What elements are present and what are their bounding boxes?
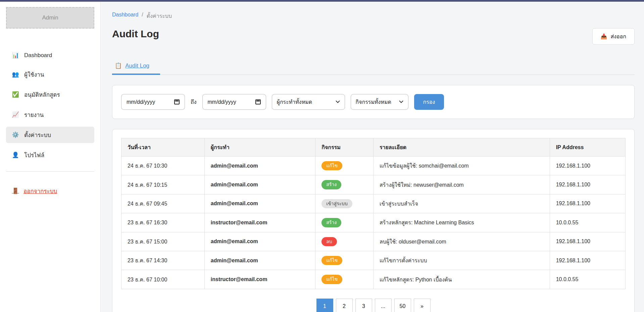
table-row: 24 ธ.ค. 67 10:30admin@email.comแก้ไขแก้ไ… — [121, 157, 626, 175]
page-button-3[interactable]: 3 — [355, 299, 372, 312]
pagination: 123...50» — [121, 299, 626, 312]
main-content: Dashboard / ตั้งค่าระบบ Audit Log 📥 ส่งอ… — [101, 2, 644, 312]
admin-logo-text: Admin — [42, 14, 58, 21]
cell-detail: เข้าสู่ระบบสำเร็จ — [373, 194, 550, 213]
column-header: วันที่-เวลา — [121, 138, 205, 157]
sidebar-item-profile[interactable]: 👤โปรไฟล์ — [6, 147, 94, 163]
sidebar-divider — [6, 171, 94, 172]
page-button-2[interactable]: 2 — [336, 299, 353, 312]
breadcrumb-current: ตั้งค่าระบบ — [147, 12, 172, 20]
cell-actor: admin@email.com — [204, 251, 315, 270]
door-icon: 🚪 — [12, 187, 19, 194]
cell-datetime: 24 ธ.ค. 67 10:30 — [121, 157, 205, 175]
admin-logo-placeholder: Admin — [6, 7, 94, 29]
inbox-tray-icon: 📥 — [601, 33, 607, 40]
actor-select[interactable]: ผู้กระทำทั้งหมด — [272, 94, 345, 110]
table-row: 23 ธ.ค. 67 15:00admin@email.comลบลบผู้ใช… — [121, 232, 626, 251]
cell-ip: 10.0.0.55 — [550, 270, 625, 289]
page-button-50[interactable]: 50 — [394, 299, 411, 312]
action-badge: แก้ไข — [321, 256, 342, 265]
action-badge: แก้ไข — [321, 275, 342, 284]
table-row: 24 ธ.ค. 67 10:15admin@email.comสร้างสร้า… — [121, 175, 626, 194]
cell-datetime: 23 ธ.ค. 67 16:30 — [121, 213, 205, 232]
cell-ip: 192.168.1.100 — [550, 175, 625, 194]
action-badge: เข้าสู่ระบบ — [321, 199, 352, 208]
page-title: Audit Log — [112, 28, 159, 40]
chevron-down-icon — [336, 100, 340, 103]
cell-actor: admin@email.com — [204, 157, 315, 175]
date-from-value: mm/dd/yyyy — [127, 99, 155, 105]
cell-detail: สร้างผู้ใช้ใหม่: newuser@email.com — [373, 175, 550, 194]
cell-datetime: 24 ธ.ค. 67 09:45 — [121, 194, 205, 213]
sidebar-item-settings[interactable]: ⚙️ตั้งค่าระบบ — [6, 127, 94, 143]
calendar-icon[interactable] — [174, 99, 180, 104]
cell-action: แก้ไข — [315, 157, 374, 175]
date-from-input[interactable]: mm/dd/yyyy — [121, 94, 185, 110]
export-button-label: ส่งออก — [611, 32, 626, 41]
cell-detail: ลบผู้ใช้: olduser@email.com — [373, 232, 550, 251]
sidebar-item-label: ผู้ใช้งาน — [24, 70, 44, 79]
export-button[interactable]: 📥 ส่งออก — [592, 28, 635, 45]
action-badge: ลบ — [321, 237, 337, 246]
calendar-icon[interactable] — [255, 99, 261, 104]
user-icon: 👤 — [12, 151, 19, 159]
audit-table-card: วันที่-เวลาผู้กระทำกิจกรรมรายละเอียดIP A… — [112, 129, 635, 312]
page-button-1[interactable]: 1 — [316, 299, 333, 312]
tab-bar: 📋 Audit Log — [112, 59, 635, 75]
column-header: กิจกรรม — [315, 138, 374, 157]
cell-detail: สร้างหลักสูตร: Machine Learning Basics — [373, 213, 550, 232]
table-row: 23 ธ.ค. 67 10:00instructor@email.comแก้ไ… — [121, 270, 626, 289]
cell-action: แก้ไข — [315, 270, 374, 289]
breadcrumb: Dashboard / ตั้งค่าระบบ — [112, 12, 635, 20]
sidebar-item-users[interactable]: 👥ผู้ใช้งาน — [6, 66, 94, 83]
audit-table-body: 24 ธ.ค. 67 10:30admin@email.comแก้ไขแก้ไ… — [121, 157, 626, 289]
activity-select-value: กิจกรรมทั้งหมด — [356, 98, 391, 106]
logout-link[interactable]: 🚪 ออกจากระบบ — [6, 186, 94, 195]
filter-card: mm/dd/yyyy ถึง mm/dd/yyyy ผู้กระทำทั้งหม… — [112, 85, 635, 119]
cell-ip: 192.168.1.100 — [550, 232, 625, 251]
cell-actor: admin@email.com — [204, 232, 315, 251]
date-to-input[interactable]: mm/dd/yyyy — [202, 94, 266, 110]
to-label: ถึง — [191, 98, 197, 106]
date-to-value: mm/dd/yyyy — [208, 99, 236, 105]
bar-chart-icon: 📊 — [12, 52, 19, 59]
breadcrumb-dashboard-link[interactable]: Dashboard — [112, 12, 138, 20]
sidebar-item-label: Dashboard — [24, 52, 52, 59]
cell-datetime: 23 ธ.ค. 67 15:00 — [121, 232, 205, 251]
activity-select[interactable]: กิจกรรมทั้งหมด — [351, 94, 408, 110]
cell-actor: admin@email.com — [204, 175, 315, 194]
cell-ip: 192.168.1.100 — [550, 251, 625, 270]
cell-ip: 192.168.1.100 — [550, 157, 625, 175]
gear-icon: ⚙️ — [12, 131, 19, 138]
tab-audit-log[interactable]: 📋 Audit Log — [112, 59, 160, 75]
sidebar-item-reports[interactable]: 📈รายงาน — [6, 106, 94, 123]
filter-button[interactable]: กรอง — [414, 94, 444, 110]
cell-action: สร้าง — [315, 175, 374, 194]
page-button-»[interactable]: » — [414, 299, 431, 312]
chart-line-icon: 📈 — [12, 111, 19, 118]
sidebar-item-dashboard[interactable]: 📊Dashboard — [6, 48, 94, 62]
cell-ip: 192.168.1.100 — [550, 194, 625, 213]
cell-datetime: 23 ธ.ค. 67 14:30 — [121, 251, 205, 270]
cell-datetime: 23 ธ.ค. 67 10:00 — [121, 270, 205, 289]
cell-detail: แก้ไขการตั้งค่าระบบ — [373, 251, 550, 270]
sidebar-nav: 📊Dashboard👥ผู้ใช้งาน✅อนุมัติหลักสูตร📈ราย… — [6, 48, 94, 163]
cell-action: เข้าสู่ระบบ — [315, 194, 374, 213]
sidebar-item-label: อนุมัติหลักสูตร — [24, 90, 60, 99]
page-button-...[interactable]: ... — [375, 299, 392, 312]
sidebar-item-label: โปรไฟล์ — [24, 150, 44, 160]
cell-actor: admin@email.com — [204, 194, 315, 213]
column-header: รายละเอียด — [373, 138, 550, 157]
table-row: 23 ธ.ค. 67 14:30admin@email.comแก้ไขแก้ไ… — [121, 251, 626, 270]
breadcrumb-separator: / — [142, 12, 143, 20]
sidebar-item-approve-courses[interactable]: ✅อนุมัติหลักสูตร — [6, 86, 94, 103]
cell-action: สร้าง — [315, 213, 374, 232]
clipboard-icon: 📋 — [115, 62, 122, 69]
column-header: ผู้กระทำ — [204, 138, 315, 157]
sidebar: Admin 📊Dashboard👥ผู้ใช้งาน✅อนุมัติหลักสู… — [0, 2, 101, 312]
audit-table: วันที่-เวลาผู้กระทำกิจกรรมรายละเอียดIP A… — [121, 138, 626, 289]
cell-ip: 10.0.0.55 — [550, 213, 625, 232]
sidebar-item-label: รายงาน — [24, 110, 44, 119]
sidebar-item-label: ตั้งค่าระบบ — [24, 130, 51, 139]
table-row: 24 ธ.ค. 67 09:45admin@email.comเข้าสู่ระ… — [121, 194, 626, 213]
